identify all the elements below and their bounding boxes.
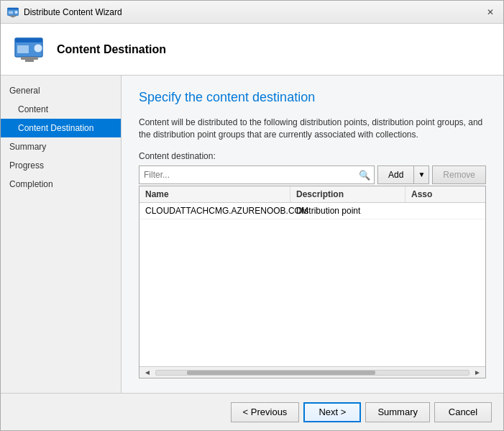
scroll-left-arrow[interactable]: ◄ [142, 368, 152, 376]
main-content: General Content Content Destination Summ… [1, 76, 503, 393]
remove-button[interactable]: Remove [432, 165, 486, 184]
scroll-thumb[interactable] [187, 371, 375, 375]
column-name: Name [139, 186, 290, 202]
controls-row: 🔍 Add ▼ Remove [139, 165, 486, 184]
filter-input[interactable] [139, 165, 375, 184]
table-header: Name Description Asso [139, 186, 485, 203]
cell-name: CLOUDATTACHCMG.AZURENOOB.COM [139, 203, 290, 219]
table-body: CLOUDATTACHCMG.AZURENOOB.COM Distributio… [139, 203, 485, 366]
sidebar-item-content-destination[interactable]: Content Destination [1, 119, 121, 137]
header-icon [12, 32, 47, 67]
filter-wrapper: 🔍 [139, 165, 375, 184]
svg-point-3 [14, 10, 18, 14]
header-section: Content Destination [1, 24, 503, 76]
content-title: Specify the content destination [139, 90, 486, 105]
sidebar-item-progress[interactable]: Progress [1, 156, 121, 175]
svg-rect-10 [21, 57, 38, 60]
sidebar-item-content[interactable]: Content [1, 100, 121, 119]
add-dropdown-button[interactable]: ▼ [413, 165, 429, 184]
content-area: Specify the content destination Content … [122, 76, 503, 393]
add-btn-group: Add ▼ [377, 165, 429, 184]
svg-rect-4 [10, 15, 17, 17]
svg-point-9 [34, 44, 42, 53]
scroll-right-arrow[interactable]: ► [472, 368, 482, 376]
destination-label: Content destination: [139, 151, 486, 161]
scroll-track[interactable] [155, 370, 469, 376]
column-description: Description [290, 186, 406, 202]
wizard-window: Distribute Content Wizard ✕ Content Dest… [0, 0, 504, 431]
svg-rect-7 [15, 38, 42, 42]
cell-description: Distribution point [290, 203, 406, 219]
column-assoc: Asso [406, 186, 485, 202]
title-bar: Distribute Content Wizard ✕ [1, 1, 503, 24]
horizontal-scrollbar[interactable]: ◄ ► [139, 366, 485, 378]
header-title: Content Destination [57, 43, 166, 56]
summary-button[interactable]: Summary [365, 402, 430, 422]
footer-button-row: < Previous Next > Summary Cancel [1, 393, 503, 430]
close-button[interactable]: ✕ [483, 6, 498, 19]
next-button[interactable]: Next > [303, 402, 361, 422]
table-and-scroll: Name Description Asso CLOUDATTACHCMG.AZU… [139, 186, 486, 378]
wizard-icon [6, 6, 19, 19]
add-button[interactable]: Add [377, 165, 413, 184]
description-text: Content will be distributed to the follo… [139, 117, 486, 141]
svg-rect-1 [8, 8, 19, 9]
cancel-button[interactable]: Cancel [434, 402, 492, 422]
cell-assoc [406, 203, 485, 219]
title-bar-left: Distribute Content Wizard [6, 6, 122, 19]
svg-rect-5 [12, 17, 15, 17]
window-title: Distribute Content Wizard [24, 7, 122, 17]
table-container: Name Description Asso CLOUDATTACHCMG.AZU… [139, 186, 486, 378]
svg-rect-2 [9, 11, 13, 14]
svg-rect-8 [17, 45, 29, 53]
svg-rect-11 [25, 60, 34, 62]
sidebar-item-general[interactable]: General [1, 81, 121, 100]
sidebar-item-summary[interactable]: Summary [1, 137, 121, 156]
dropdown-arrow-icon: ▼ [418, 171, 425, 178]
table-row[interactable]: CLOUDATTACHCMG.AZURENOOB.COM Distributio… [139, 203, 485, 219]
sidebar: General Content Content Destination Summ… [1, 76, 122, 393]
previous-button[interactable]: < Previous [231, 402, 300, 422]
sidebar-item-completion[interactable]: Completion [1, 175, 121, 194]
